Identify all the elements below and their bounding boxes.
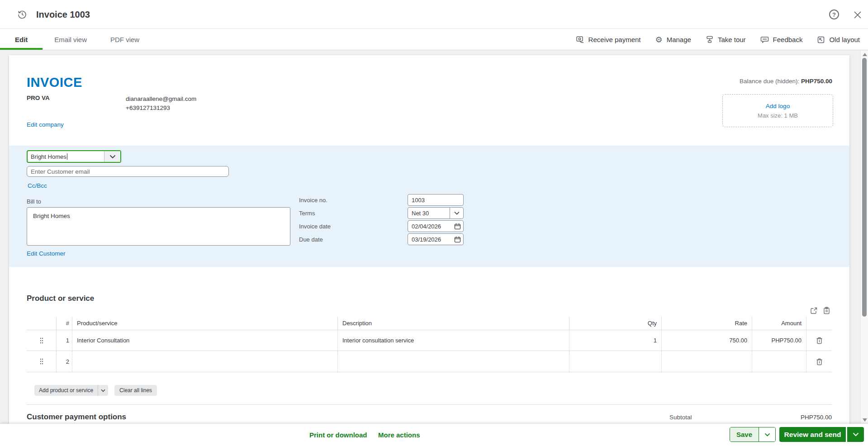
gear-icon: ⚙ bbox=[655, 36, 663, 44]
product-cell[interactable] bbox=[72, 351, 338, 372]
table-row: 2 bbox=[27, 351, 832, 372]
take-tour-button[interactable]: Take tour bbox=[706, 35, 746, 44]
row-number: 1 bbox=[57, 330, 72, 351]
invoice-date-input[interactable]: 02/04/2026 bbox=[408, 220, 464, 232]
add-logo-link[interactable]: Add logo bbox=[766, 103, 790, 109]
edit-company-link[interactable]: Edit company bbox=[27, 121, 64, 128]
save-split-button: Save bbox=[730, 427, 776, 442]
amount-column-header: Amount bbox=[752, 317, 806, 330]
terms-select[interactable]: Net 30 bbox=[408, 207, 464, 219]
edit-customer-link[interactable]: Edit Customer bbox=[27, 250, 66, 257]
review-and-send-dropdown-button[interactable] bbox=[847, 427, 864, 442]
invoice-date-row: Invoice date 02/04/2026 bbox=[299, 220, 464, 232]
num-column-header: # bbox=[57, 317, 72, 330]
logo-max-size: Max size: 1 MB bbox=[758, 112, 798, 119]
scroll-thumb[interactable] bbox=[862, 58, 867, 317]
scroll-up-arrow[interactable] bbox=[863, 53, 867, 56]
invoice-date-label: Invoice date bbox=[299, 223, 408, 230]
chevron-down-icon bbox=[109, 155, 116, 159]
save-button[interactable]: Save bbox=[730, 427, 759, 441]
text-cursor bbox=[67, 153, 67, 160]
help-icon[interactable]: ? bbox=[829, 9, 839, 19]
export-lines-icon[interactable] bbox=[810, 307, 818, 314]
qty-cell[interactable]: 1 bbox=[569, 330, 662, 351]
customer-select[interactable]: Bright Homes bbox=[27, 150, 121, 163]
invoice-editor-window: Invoice 1003 ? Edit Email view PDF view bbox=[0, 0, 868, 446]
clipboard-icon[interactable] bbox=[823, 307, 830, 314]
tab-email-view[interactable]: Email view bbox=[43, 29, 99, 50]
rate-cell[interactable]: 750.00 bbox=[662, 330, 752, 351]
invoice-no-label: Invoice no. bbox=[299, 197, 408, 204]
print-or-download-link[interactable]: Print or download bbox=[309, 431, 367, 439]
company-phone: +639127131293 bbox=[126, 104, 196, 113]
invoice-heading: INVOICE bbox=[27, 75, 82, 90]
history-icon[interactable] bbox=[17, 9, 27, 19]
qty-cell[interactable] bbox=[569, 351, 662, 372]
table-buttons: Add product or service Clear all lines bbox=[34, 385, 157, 396]
product-section-title: Product or service bbox=[27, 294, 94, 303]
terms-dropdown-button[interactable] bbox=[450, 208, 463, 218]
close-icon[interactable] bbox=[853, 10, 863, 20]
drag-column-header bbox=[27, 317, 57, 330]
add-product-button[interactable]: Add product or service bbox=[34, 385, 108, 396]
tab-pdf-view[interactable]: PDF view bbox=[99, 29, 151, 50]
terms-label: Terms bbox=[299, 210, 408, 217]
product-column-header: Product/service bbox=[72, 317, 338, 330]
table-tools bbox=[810, 307, 830, 314]
manage-button[interactable]: ⚙ Manage bbox=[655, 36, 691, 44]
old-layout-button[interactable]: Old layout bbox=[817, 36, 860, 44]
table-row: 1 Interior Consultation Interior consult… bbox=[27, 330, 832, 351]
receive-payment-icon bbox=[576, 35, 584, 44]
bill-to-textarea[interactable]: Bright Homes bbox=[27, 207, 290, 246]
product-cell[interactable]: Interior Consultation bbox=[72, 330, 338, 351]
scroll-down-arrow[interactable] bbox=[863, 418, 867, 422]
invoice-form-card: INVOICE Balance due (hidden): PHP750.00 … bbox=[9, 55, 849, 446]
row-number: 2 bbox=[57, 351, 72, 372]
amount-cell: PHP750.00 bbox=[752, 330, 806, 351]
due-date-row: Due date 03/19/2026 bbox=[299, 233, 464, 245]
invoice-no-input[interactable]: 1003 bbox=[408, 194, 464, 206]
add-product-dropdown-button[interactable] bbox=[98, 385, 108, 396]
chevron-down-icon bbox=[454, 211, 460, 215]
drag-handle[interactable] bbox=[27, 351, 57, 372]
more-actions-link[interactable]: More actions bbox=[378, 431, 420, 439]
customer-email-input[interactable] bbox=[27, 166, 229, 177]
payment-section-title: Customer payment options bbox=[27, 413, 126, 422]
balance-due-value: PHP750.00 bbox=[801, 78, 832, 85]
add-logo-dropzone[interactable]: Add logo Max size: 1 MB bbox=[722, 94, 833, 127]
page-title: Invoice 1003 bbox=[36, 9, 90, 20]
app-header: Invoice 1003 ? bbox=[0, 0, 868, 29]
table-header-row: # Product/service Description Qty Rate A… bbox=[27, 317, 832, 330]
customer-select-dropdown-button[interactable] bbox=[104, 151, 120, 162]
description-column-header: Description bbox=[338, 317, 569, 330]
subtotal-value: PHP750.00 bbox=[801, 414, 832, 421]
company-name: PRO VA bbox=[27, 95, 50, 101]
balance-due: Balance due (hidden): PHP750.00 bbox=[740, 78, 832, 85]
delete-row-button[interactable] bbox=[806, 351, 832, 372]
receive-payment-button[interactable]: Receive payment bbox=[576, 35, 641, 44]
qty-column-header: Qty bbox=[569, 317, 662, 330]
delete-row-button[interactable] bbox=[806, 330, 832, 351]
calendar-icon[interactable] bbox=[451, 236, 463, 243]
save-dropdown-button[interactable] bbox=[759, 427, 775, 441]
footer-bar: Print or download More actions Save Revi… bbox=[0, 424, 868, 446]
due-date-label: Due date bbox=[299, 236, 408, 243]
description-cell[interactable] bbox=[338, 351, 569, 372]
tab-edit[interactable]: Edit bbox=[0, 29, 43, 50]
description-cell[interactable]: Interior consultation service bbox=[338, 330, 569, 351]
customer-section: Bright Homes Cc/Bcc Bill to Bright Homes… bbox=[9, 146, 849, 267]
ccbcc-link[interactable]: Cc/Bcc bbox=[28, 182, 47, 189]
review-and-send-split-button: Review and send bbox=[779, 427, 864, 442]
company-email: dianaraallene@gmail.com bbox=[126, 95, 196, 104]
balance-due-label: Balance due (hidden): bbox=[740, 78, 801, 85]
review-and-send-button[interactable]: Review and send bbox=[779, 427, 846, 442]
vertical-scrollbar[interactable] bbox=[860, 51, 868, 424]
feedback-button[interactable]: Feedback bbox=[760, 35, 803, 44]
clear-all-lines-button[interactable]: Clear all lines bbox=[114, 385, 157, 396]
calendar-icon[interactable] bbox=[451, 223, 463, 230]
customer-select-value: Bright Homes bbox=[31, 153, 66, 160]
drag-handle[interactable] bbox=[27, 330, 57, 351]
speech-bubble-icon bbox=[760, 35, 769, 44]
due-date-input[interactable]: 03/19/2026 bbox=[408, 233, 464, 245]
rate-cell[interactable] bbox=[662, 351, 752, 372]
